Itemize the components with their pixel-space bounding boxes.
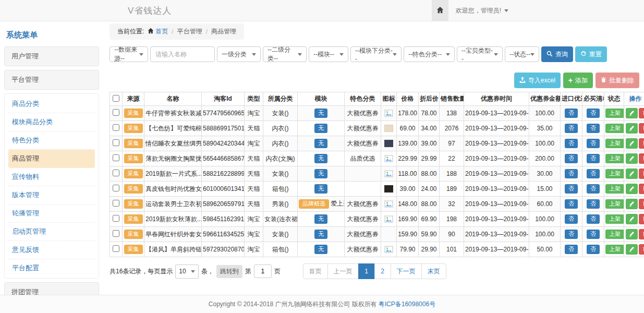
module-badge[interactable]: 无 [314,124,327,133]
delete-button[interactable] [639,108,644,118]
status-badge[interactable]: 上架 [605,230,624,239]
edit-button[interactable] [626,108,638,118]
delete-button[interactable] [639,229,644,239]
edit-button[interactable] [626,229,638,239]
delete-button[interactable] [639,138,644,149]
import-toggle-badge[interactable]: 否 [565,214,578,224]
edit-button[interactable] [626,138,638,149]
must-buy-toggle-badge[interactable]: 否 [587,169,600,178]
edit-button[interactable] [626,168,638,179]
edit-button[interactable] [626,153,638,164]
filter-category1-select[interactable]: 一级分类 [217,46,261,62]
add-button[interactable]: + 添加 [563,73,593,88]
sidebar-item[interactable]: 宣传物料 [8,168,95,186]
sidebar-item[interactable]: 平台管理 [4,70,99,90]
user-menu[interactable]: 欢迎您，管理员! [448,6,644,15]
import-toggle-badge[interactable]: 否 [565,124,578,133]
page-1-button[interactable]: 1 [358,263,375,279]
module-badge[interactable]: 品牌精选 [299,199,329,209]
module-badge[interactable]: 无 [314,169,327,178]
sidebar-item[interactable]: 用户管理 [4,46,99,66]
must-buy-toggle-badge[interactable]: 否 [587,199,600,209]
import-toggle-badge[interactable]: 否 [565,154,578,163]
module-badge[interactable]: 无 [314,245,327,254]
status-badge[interactable]: 上架 [605,184,624,194]
row-checkbox[interactable] [113,170,119,176]
row-checkbox[interactable] [113,185,119,191]
must-buy-toggle-badge[interactable]: 否 [587,230,600,239]
sidebar-item[interactable]: 轮播管理 [8,204,95,223]
delete-button[interactable] [639,184,644,194]
module-badge[interactable]: 无 [314,230,327,239]
reset-button[interactable]: 重置 [575,46,607,62]
row-checkbox[interactable] [113,124,119,131]
module-badge[interactable]: 无 [314,109,327,118]
must-buy-toggle-badge[interactable]: 否 [587,139,600,148]
must-buy-toggle-badge[interactable]: 否 [587,214,600,224]
must-buy-toggle-badge[interactable]: 否 [587,184,600,194]
delete-button[interactable] [639,123,644,134]
must-buy-toggle-badge[interactable]: 否 [587,109,600,118]
status-badge[interactable]: 上架 [605,214,624,224]
row-checkbox[interactable] [113,139,119,146]
status-badge[interactable]: 上架 [605,139,624,148]
row-checkbox[interactable] [113,154,119,161]
edit-button[interactable] [626,184,638,194]
edit-button[interactable] [626,244,638,255]
must-buy-toggle-badge[interactable]: 否 [587,245,600,254]
edit-button[interactable] [626,199,638,209]
page-2-button[interactable]: 2 [374,263,391,279]
row-checkbox[interactable] [113,200,119,207]
delete-button[interactable] [639,168,644,179]
status-badge[interactable]: 上架 [605,169,624,178]
filter-category2-select[interactable]: --二级分类-- [263,46,307,62]
import-toggle-badge[interactable]: 否 [565,169,578,178]
module-badge[interactable]: 无 [314,184,327,194]
delete-button[interactable] [639,153,644,164]
edit-button[interactable] [626,123,638,134]
status-badge[interactable]: 上架 [605,124,624,133]
must-buy-toggle-badge[interactable]: 否 [587,124,600,133]
status-badge[interactable]: 上架 [605,154,624,163]
sidebar-item[interactable]: 模块商品分类 [8,113,95,131]
sidebar-item[interactable]: 意见反馈 [8,241,95,259]
row-checkbox[interactable] [113,215,119,222]
filter-module-sub-select[interactable]: --模块下分类-- [350,46,402,62]
status-badge[interactable]: 上架 [605,109,624,118]
filter-source-select[interactable]: --数据来源-- [110,46,148,62]
module-badge[interactable]: 无 [314,139,327,148]
module-badge[interactable]: 无 [314,214,327,224]
row-checkbox[interactable] [113,109,119,116]
filter-feature-select[interactable]: --特色分类-- [404,46,455,62]
sidebar-item[interactable]: 启动页管理 [8,223,95,241]
module-badge[interactable]: 无 [314,154,327,163]
batch-delete-button[interactable]: 批量删除 [596,73,639,88]
filter-module-select[interactable]: --模块-- [309,46,348,62]
must-buy-toggle-badge[interactable]: 否 [587,154,600,163]
page-prev-button[interactable]: 上一页 [327,263,359,279]
row-checkbox[interactable] [113,245,119,252]
breadcrumb-home-link[interactable]: 首页 [148,27,168,36]
import-toggle-badge[interactable]: 否 [565,139,578,148]
delete-button[interactable] [639,214,644,224]
select-all-checkbox[interactable] [113,95,119,102]
import-toggle-badge[interactable]: 否 [565,230,578,239]
status-badge[interactable]: 上架 [605,199,624,209]
filter-name-input[interactable] [150,46,215,62]
edit-button[interactable] [626,214,638,224]
home-button[interactable] [432,0,448,21]
page-next-button[interactable]: 下一页 [391,263,422,279]
row-checkbox[interactable] [113,230,119,237]
sidebar-item[interactable]: 特色分类 [8,131,95,150]
filter-item-type-select[interactable]: --宝贝类型-- [457,46,503,62]
import-toggle-badge[interactable]: 否 [565,245,578,254]
import-toggle-badge[interactable]: 否 [565,199,578,209]
sidebar-item[interactable]: 平台配置 [8,259,95,277]
import-excel-button[interactable]: 导入excel [514,73,561,88]
jump-button[interactable]: 跳转到 [216,265,242,278]
page-first-button[interactable]: 首页 [303,263,328,279]
status-badge[interactable]: 上架 [605,245,624,254]
per-page-select[interactable]: 10 [175,264,198,279]
import-toggle-badge[interactable]: 否 [565,109,578,118]
jump-page-input[interactable] [254,264,272,278]
